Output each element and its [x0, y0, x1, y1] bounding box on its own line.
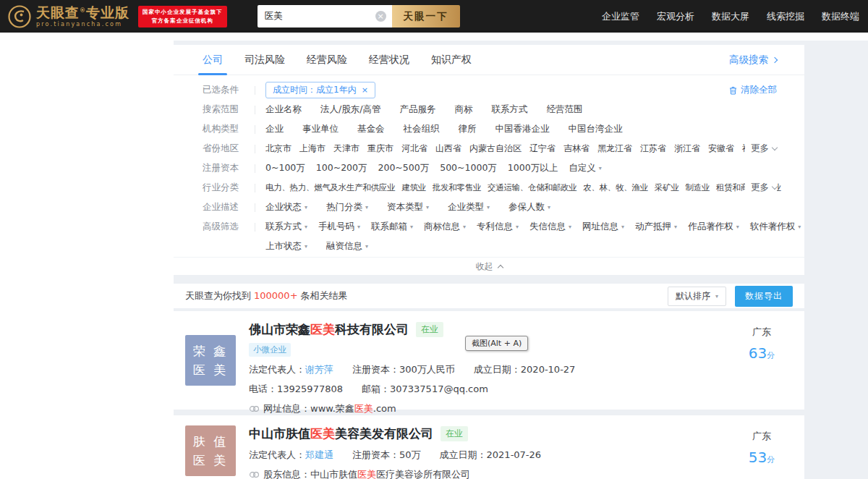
filter-dropdown[interactable]: 资本类型▾	[387, 201, 429, 213]
filter-option[interactable]: 100~200万	[316, 162, 367, 174]
filter-option[interactable]: 辽宁省	[529, 143, 556, 155]
topnav-item[interactable]: 企业监管	[602, 10, 639, 23]
filter-option[interactable]: 社会组织	[404, 123, 440, 135]
search-button[interactable]: 天眼一下	[392, 5, 460, 27]
filter-option[interactable]: 建筑业	[401, 182, 426, 193]
filter-option[interactable]: 江苏省	[640, 143, 666, 155]
filter-dropdown[interactable]: 作品著作权▾	[688, 221, 739, 233]
topnav-item[interactable]: 宏观分析	[657, 10, 694, 23]
filter-option[interactable]: 法人/股东/高管	[320, 103, 380, 116]
tab-operation-status[interactable]: 经营状况	[369, 45, 409, 75]
filter-option[interactable]: 电力、热力、燃气及水生产和供应业	[265, 182, 395, 193]
filter-dropdown[interactable]: 联系邮箱▾	[371, 221, 413, 233]
company-score[interactable]: 63分	[731, 344, 793, 362]
filter-option[interactable]: 经营范围	[546, 103, 582, 116]
advanced-search-link[interactable]: 高级搜索	[729, 54, 777, 67]
filter-dropdown[interactable]: 软件著作权▾	[750, 221, 801, 233]
more-industries-link[interactable]: 更多	[745, 178, 777, 198]
website-field[interactable]: 网址信息：www.荣鑫医美.com	[263, 402, 396, 415]
filter-dropdown[interactable]: 动产抵押▾	[635, 221, 677, 233]
filter-dropdown[interactable]: 专利信息▾	[477, 221, 519, 233]
legal-rep-link[interactable]: 谢芳萍	[305, 364, 333, 375]
filter-option[interactable]: 黑龙江省	[597, 143, 632, 155]
small-enterprise-tag[interactable]: 小微企业	[249, 343, 291, 357]
filter-dropdown[interactable]: 企业类型▾	[448, 201, 490, 213]
filter-option[interactable]: 天津市	[333, 143, 359, 155]
topnav-item[interactable]: 数据终端	[822, 10, 859, 23]
filter-option[interactable]: 自定义▾	[569, 162, 602, 174]
filter-option[interactable]: 基金会	[357, 123, 385, 135]
filter-option-label: 建筑业	[401, 182, 426, 193]
divider	[255, 145, 255, 153]
filter-dropdown[interactable]: 参保人数▾	[509, 201, 550, 213]
topnav-item-label: 数据大屏	[712, 11, 749, 22]
company-score[interactable]: 53分	[731, 449, 793, 466]
data-export-button[interactable]: 数据导出	[735, 286, 793, 307]
filter-option[interactable]: 批发和零售业	[433, 182, 481, 193]
filter-dropdown[interactable]: 商标信息▾	[424, 221, 466, 233]
filter-option[interactable]: 交通运输、仓储和邮政业	[488, 182, 576, 193]
topnav-item[interactable]: 数据大屏	[712, 10, 749, 23]
collapse-filters-button[interactable]: 收起	[174, 257, 804, 275]
search-input[interactable]	[258, 5, 392, 27]
company-logo[interactable]: 荣 鑫 医 美	[185, 335, 236, 386]
filter-option[interactable]: 中国台湾企业	[569, 123, 623, 135]
filter-option[interactable]: 上海市	[299, 143, 326, 155]
filter-option[interactable]: 中国香港企业	[495, 123, 550, 135]
tab-operation-risk[interactable]: 经营风险	[307, 45, 347, 75]
clear-all-button[interactable]: 清除全部	[729, 84, 777, 96]
topnav-item[interactable]: 线索挖掘	[767, 10, 804, 23]
filter-dropdown[interactable]: 融资信息▾	[326, 240, 368, 253]
app-logo[interactable]: 天眼查®专业版 pro.tianyancha.com	[7, 4, 129, 29]
selected-filter-tag[interactable]: 成立时间：成立1年内 ×	[265, 82, 375, 98]
shareholder-field[interactable]: 股东信息：中山市肤值医美医疗美容诊所有限公司	[263, 468, 470, 479]
filter-option[interactable]: 北京市	[265, 143, 292, 155]
company-name-link[interactable]: 中山市肤值医美美容美发有限公司	[249, 425, 433, 442]
filter-dropdown[interactable]: 企业状态▾	[265, 201, 307, 213]
filter-option-label: 法人/股东/高管	[320, 103, 380, 116]
founded-date-field: 成立日期：2021-07-26	[440, 449, 542, 462]
legal-rep-link[interactable]: 郑建通	[305, 449, 333, 460]
sort-select[interactable]: 默认排序 ▾	[668, 287, 726, 306]
tab-judicial-risk[interactable]: 司法风险	[244, 45, 285, 75]
filter-option[interactable]: 采矿业	[655, 182, 679, 193]
tab-company[interactable]: 公司	[203, 45, 223, 75]
filter-option[interactable]: 企业	[265, 123, 284, 135]
filter-dropdown[interactable]: 上市状态▾	[265, 240, 307, 253]
filter-option[interactable]: 浙江省	[674, 143, 700, 155]
more-provinces-link[interactable]: 更多	[745, 139, 777, 158]
filter-row-label: 已选条件	[203, 84, 249, 96]
caret-down-icon: ▾	[463, 224, 466, 230]
filter-dropdown[interactable]: 联系方式▾	[265, 221, 307, 233]
filter-option[interactable]: 重庆市	[367, 143, 393, 155]
filter-option[interactable]: 安徽省	[708, 143, 734, 155]
company-name-link[interactable]: 佛山市荣鑫医美科技有限公司	[249, 321, 409, 338]
filter-option[interactable]: 0~100万	[265, 162, 305, 174]
filter-dropdown[interactable]: 网址信息▾	[582, 221, 624, 233]
filter-option[interactable]: 山西省	[435, 143, 461, 155]
filter-dropdown[interactable]: 手机号码▾	[318, 221, 360, 233]
filter-option[interactable]: 律所	[459, 123, 477, 135]
tab-intellectual-property[interactable]: 知识产权	[431, 45, 472, 75]
filter-option[interactable]: 事业单位	[302, 123, 339, 135]
filter-option[interactable]: 农、林、牧、渔业	[583, 182, 648, 193]
filter-option[interactable]: 产品服务	[399, 103, 435, 116]
clear-search-icon[interactable]: ×	[375, 11, 386, 22]
remove-filter-icon[interactable]: ×	[362, 85, 368, 95]
company-logo[interactable]: 肤 值 医 美	[185, 425, 236, 476]
filter-option[interactable]: 吉林省	[563, 143, 590, 155]
keyword-highlight: 医美	[354, 403, 373, 414]
filter-option[interactable]: 企业名称	[265, 103, 302, 116]
filter-option[interactable]: 商标	[454, 103, 472, 116]
filter-option-label: 上海市	[299, 143, 326, 155]
filter-option[interactable]: 1000万以上	[508, 162, 558, 174]
filter-option[interactable]: 制造业	[685, 182, 710, 193]
filter-dropdown[interactable]: 热门分类▾	[326, 201, 368, 213]
filter-option[interactable]: 500~1000万	[440, 162, 497, 174]
filter-option[interactable]: 200~500万	[378, 162, 430, 174]
filter-option[interactable]: 内蒙古自治区	[469, 143, 522, 155]
filter-option[interactable]: 联系方式	[491, 103, 527, 116]
filter-option[interactable]: 河北省	[401, 143, 427, 155]
filter-dropdown[interactable]: 失信信息▾	[529, 221, 571, 233]
province-label: 广东	[731, 430, 793, 443]
